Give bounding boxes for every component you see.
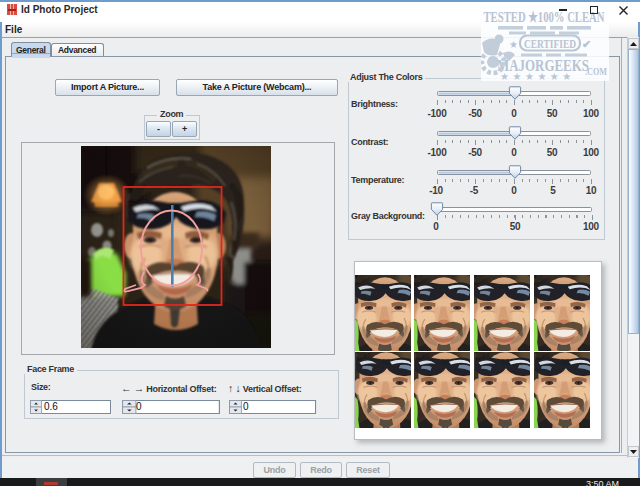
- svg-text:★★★★★★: ★★★★★★: [500, 71, 575, 81]
- svg-text:.COM: .COM: [585, 67, 607, 77]
- svg-text:TESTED ★100% CLEAN: TESTED ★100% CLEAN: [484, 9, 605, 25]
- svg-text:★: ★: [509, 39, 518, 50]
- svg-text:✔: ✔: [582, 38, 591, 50]
- svg-text:CERTIFIED: CERTIFIED: [524, 37, 576, 51]
